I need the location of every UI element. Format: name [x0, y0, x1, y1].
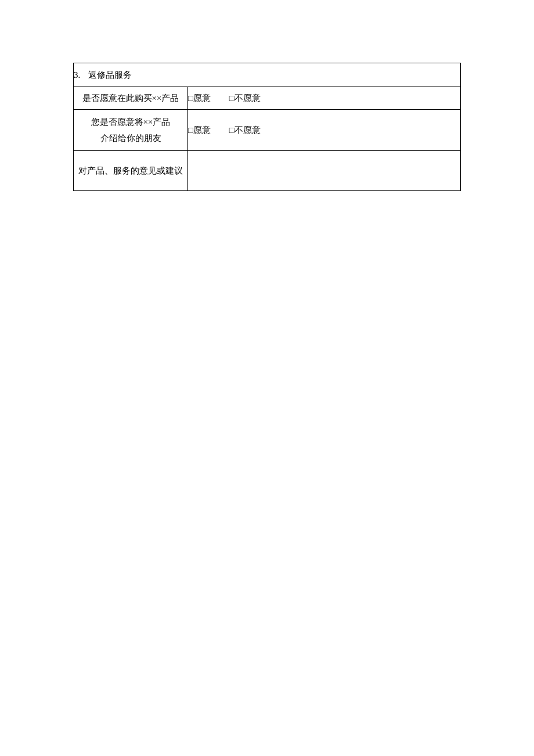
section-header-content: 3. 返修品服务 [74, 70, 460, 81]
row-options-cell: □愿意 □不愿意 [188, 87, 461, 110]
table-row: 您是否愿意将××产品 介绍给你的朋友 □愿意 □不愿意 [74, 110, 461, 151]
row-label: 是否愿意在此购买××产品 [74, 87, 188, 110]
section-header-row: 3. 返修品服务 [74, 63, 461, 87]
row-label: 您是否愿意将××产品 介绍给你的朋友 [74, 110, 188, 151]
page: 3. 返修品服务 是否愿意在此购买××产品 □愿意 □不愿意 您是否愿意将××产… [0, 0, 534, 756]
row-options-cell[interactable] [188, 151, 461, 191]
checkbox-option-willing[interactable]: □愿意 [188, 125, 211, 136]
row-label: 对产品、服务的意见或建议 [74, 151, 188, 191]
section-title: 返修品服务 [88, 70, 132, 81]
row-label-line-2: 介绍给你的朋友 [74, 130, 187, 147]
table-row: 是否愿意在此购买××产品 □愿意 □不愿意 [74, 87, 461, 110]
survey-table: 3. 返修品服务 是否愿意在此购买××产品 □愿意 □不愿意 您是否愿意将××产… [73, 63, 461, 191]
table-row: 对产品、服务的意见或建议 [74, 151, 461, 191]
row-options-cell: □愿意 □不愿意 [188, 110, 461, 151]
checkbox-option-unwilling[interactable]: □不愿意 [229, 125, 261, 136]
section-header-cell: 3. 返修品服务 [74, 63, 461, 87]
section-number: 3. [74, 70, 80, 80]
checkbox-option-willing[interactable]: □愿意 [188, 93, 211, 104]
row-label-line-1: 您是否愿意将××产品 [74, 114, 187, 131]
checkbox-option-unwilling[interactable]: □不愿意 [229, 93, 261, 104]
